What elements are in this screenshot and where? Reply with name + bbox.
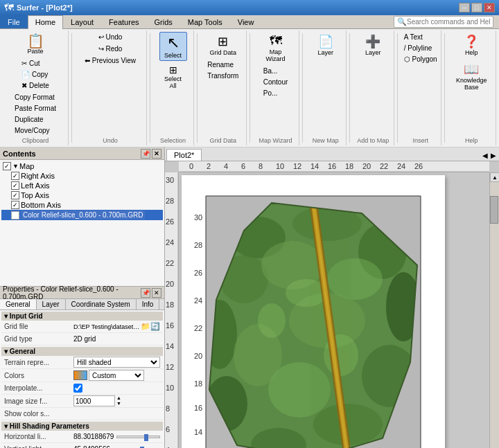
map-wizard-button[interactable]: 🗺 Map Wizard — [256, 32, 294, 64]
add-layer-button[interactable]: ➕ Layer — [362, 32, 385, 58]
copy-format-button[interactable]: Copy Format — [11, 92, 60, 102]
scroll-track-v[interactable] — [490, 182, 499, 448]
tree-item-top-axis[interactable]: ✓ Top Axis — [1, 190, 163, 200]
paste-format-button[interactable]: Paste Format — [11, 103, 60, 114]
cut-button[interactable]: ✂ Cut — [18, 58, 53, 69]
redo-button[interactable]: ↪ Redo — [95, 44, 126, 54]
scroll-thumb-v[interactable] — [490, 196, 498, 224]
swatch-orange — [73, 370, 87, 380]
select-all-label: Select All — [160, 75, 186, 89]
main-layout: Contents 📌 ✕ ✓ ▼ Map ✓ Right Axis ✓ — [0, 147, 499, 448]
vertical-scrollbar[interactable]: ▲ ▼ — [489, 172, 499, 448]
tab-home[interactable]: Home — [28, 15, 63, 29]
tree-item-color-relief[interactable]: ✓ Color Relief-slice_0.600 - 0.700m.GRD — [1, 210, 163, 220]
interpolate-checkbox[interactable] — [73, 384, 82, 393]
text-button[interactable]: A Text — [401, 32, 441, 42]
scroll-up-button[interactable]: ▲ — [490, 172, 499, 182]
select-all-button[interactable]: ⊞ Select All — [157, 62, 189, 91]
tab-scroll-right[interactable]: ▶ — [491, 152, 496, 159]
svg-text:22: 22 — [194, 324, 202, 332]
copy-button[interactable]: 📄 Copy — [18, 69, 53, 80]
prop-horizontal-li: Horizontal li... 88.30188679 — [1, 431, 163, 443]
new-map-label: New Map — [313, 136, 339, 144]
polygon-button[interactable]: ⬡ Polygon — [401, 54, 441, 64]
colors-select[interactable]: Custom — [89, 370, 144, 381]
props-close-button[interactable]: ✕ — [152, 288, 161, 298]
right-axis-checkbox[interactable]: ✓ — [11, 172, 19, 180]
maximize-button[interactable]: □ — [471, 3, 482, 12]
spin-up[interactable]: ▲ — [116, 395, 121, 401]
polyline-button[interactable]: / Polyline — [401, 43, 441, 53]
terrain-svg: 30 28 26 24 22 20 18 16 14 0 2 4 6 8 10 — [189, 182, 438, 448]
horizontal-thumb[interactable] — [144, 434, 148, 441]
contour-button[interactable]: Contour — [260, 77, 292, 87]
svg-text:14: 14 — [310, 162, 319, 170]
props-pin-button[interactable]: 📌 — [141, 288, 150, 298]
svg-text:26: 26 — [414, 162, 423, 170]
hill-shading-header[interactable]: ▾ Hill Shading Parameters — [1, 422, 163, 431]
layer-button[interactable]: 📄 Layer — [314, 32, 337, 58]
grid-type-label: Grid type — [4, 335, 73, 343]
prop-tab-layer[interactable]: Layer — [37, 299, 66, 310]
delete-button[interactable]: ✖ Delete — [18, 80, 53, 91]
tab-map-tools[interactable]: Map Tools — [180, 15, 230, 28]
tab-scroll-left[interactable]: ◀ — [482, 152, 488, 159]
tab-view[interactable]: View — [230, 15, 262, 28]
knowledge-base-button[interactable]: 📖 Knowledge Base — [452, 60, 491, 93]
tree-item-bottom-axis[interactable]: ✓ Bottom Axis — [1, 200, 163, 210]
tab-grids[interactable]: Grids — [147, 15, 180, 28]
color-relief-checkbox[interactable]: ✓ — [11, 211, 19, 219]
sidebar-header-btns: 📌 ✕ — [141, 149, 161, 159]
tree-item-right-axis[interactable]: ✓ Right Axis — [1, 171, 163, 181]
title-controls[interactable]: ─ □ ✕ — [459, 3, 495, 12]
bottom-axis-checkbox[interactable]: ✓ — [11, 201, 19, 209]
transform-button[interactable]: Transform — [204, 71, 242, 81]
tree-item-map[interactable]: ✓ ▼ Map — [1, 161, 163, 171]
tree-item-left-axis[interactable]: ✓ Left Axis — [1, 181, 163, 190]
prop-tab-general[interactable]: General — [0, 299, 37, 310]
svg-text:16: 16 — [194, 404, 202, 412]
sidebar-close-button[interactable]: ✕ — [152, 149, 161, 159]
help-button[interactable]: ❓ Help — [460, 32, 482, 58]
selection-label: Selection — [160, 136, 186, 144]
search-box[interactable]: 🔍 — [394, 16, 493, 28]
terrain-select[interactable]: Hill shaded — [73, 357, 160, 368]
move-copy-button[interactable]: Move/Copy — [11, 125, 60, 136]
svg-text:12: 12 — [293, 162, 301, 170]
select-button[interactable]: ↖ Select — [159, 32, 187, 61]
clipboard-small-btns: ✂ Cut 📄 Copy ✖ Delete — [18, 58, 53, 91]
spin-down[interactable]: ▼ — [116, 401, 121, 406]
tab-features[interactable]: Features — [101, 15, 146, 28]
ba-button[interactable]: Ba... — [260, 66, 292, 76]
sidebar-pin-button[interactable]: 📌 — [141, 149, 150, 159]
image-size-input[interactable] — [73, 395, 115, 406]
minimize-button[interactable]: ─ — [459, 3, 470, 12]
title-bar: 🗺 Surfer - [Plot2*] ─ □ ✕ — [0, 0, 499, 15]
rename-button[interactable]: Rename — [204, 60, 242, 70]
map-tab-plot2[interactable]: Plot2* — [166, 149, 202, 161]
map-checkbox[interactable]: ✓ — [3, 162, 11, 170]
duplicate-button[interactable]: Duplicate — [11, 114, 60, 125]
prop-tab-info[interactable]: Info — [137, 299, 160, 310]
search-input[interactable] — [407, 18, 490, 26]
ribbon-group-help: ❓ Help 📖 Knowledge Base Help — [448, 30, 496, 145]
previous-view-button[interactable]: ⬅ Previous View — [81, 55, 139, 66]
prop-tab-coord-system[interactable]: Coordinate System — [66, 299, 137, 310]
close-button[interactable]: ✕ — [484, 3, 495, 12]
browse-icon[interactable]: 📁 — [141, 322, 150, 331]
paste-button[interactable]: 📋 Paste — [23, 32, 48, 57]
tab-layout[interactable]: Layout — [63, 15, 101, 28]
input-grid-header[interactable]: ▾ Input Grid — [1, 312, 163, 321]
refresh-icon[interactable]: 🔄 — [150, 322, 160, 331]
map-expand[interactable]: ▼ — [12, 163, 19, 170]
horizontal-slider[interactable] — [116, 436, 161, 438]
left-axis-checkbox[interactable]: ✓ — [11, 181, 19, 190]
color-swatch — [73, 370, 87, 380]
top-axis-checkbox[interactable]: ✓ — [11, 191, 19, 199]
po-button[interactable]: Po... — [260, 88, 292, 98]
tab-file[interactable]: File — [0, 15, 28, 28]
undo-button[interactable]: ↩ Undo — [95, 32, 126, 42]
general-section-header[interactable]: ▾ General — [1, 347, 163, 356]
left-axis-label: Left Axis — [21, 181, 50, 190]
grid-data-button[interactable]: ⊞ Grid Data — [207, 32, 240, 58]
